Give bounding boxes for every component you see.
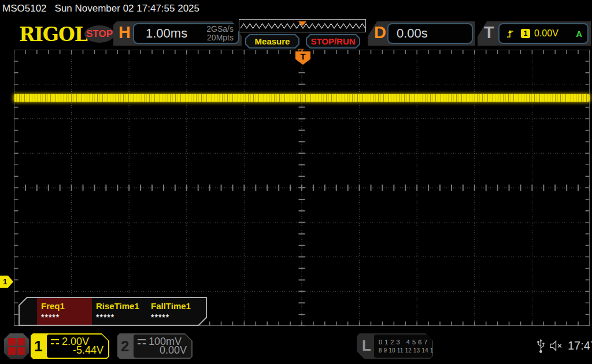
delay-label: D [374,23,386,42]
measure-button[interactable]: Measure [245,34,299,49]
acquisition-status-badge: STOP [84,25,114,43]
logic-row-0-7: 0 1 2 3 4 5 6 7 [379,338,432,346]
stop-run-button[interactable]: STOP/RUN [306,34,360,49]
horizontal-settings-panel[interactable]: H 1.00ms 2GSa/s 20Mpts [113,21,242,46]
trigger-settings-panel[interactable]: T 1 0.00V A [478,21,591,46]
clock-text: 17:47 [568,339,592,352]
trigger-level-value: 0.00V [534,28,558,39]
logic-row-8-15: 8 9 10 11 12 13 14 15 [379,346,424,354]
horizontal-label: H [119,23,131,42]
sample-rate: 2GSa/s [206,25,234,34]
delay-panel[interactable]: 0.00s [387,23,473,44]
dc-coupling-icon [51,339,59,344]
oscilloscope-screen: MSO5102Sun November 02 17:47:55 2025 RIG… [0,0,592,364]
ch1-ground-marker[interactable]: 1 [0,276,13,288]
delay-value: 0.00s [397,26,428,41]
channel2-number: 2 [121,337,129,355]
rigol-logo: RIGOL [19,23,87,46]
memory-depth: 20Mpts [206,34,234,42]
measurement-panel[interactable]: Freq1 ***** RiseTime1 ***** FallTime1 **… [18,297,207,326]
measurement-cell-risetime1[interactable]: RiseTime1 ***** [92,298,147,325]
acquisition-info: 2GSa/s 20Mpts [206,25,234,42]
preview-trigger-position-icon[interactable] [298,21,306,26]
trigger-label: T [484,23,494,42]
measurement-cell-falltime1[interactable]: FallTime1 ***** [147,298,202,325]
timebase-value: 1.00ms [146,26,187,41]
timebase-panel[interactable]: 1.00ms 2GSa/s 20Mpts [133,23,239,44]
menu-grid-button[interactable] [4,333,29,359]
channel1-block[interactable]: 1 2.00V -5.44V [31,333,109,359]
logic-channels-block[interactable]: L 0 1 2 3 4 5 6 7 8 9 10 11 12 13 14 15 [357,333,433,359]
model-name: MSO5102 [2,3,47,14]
trigger-mode-indicator: A [576,29,582,39]
datetime-text: Sun November 02 17:47:55 2025 [55,3,199,14]
trigger-panel[interactable]: 1 0.00V A [498,23,589,44]
channel2-offset: 0.00V [160,344,187,356]
logic-label: L [362,337,371,355]
measurement-cell-freq1[interactable]: Freq1 ***** [37,298,92,325]
titlebar: MSO5102Sun November 02 17:47:55 2025 [2,3,199,14]
sound-muted-icon [549,340,564,351]
graticule [14,50,590,326]
channel1-number: 1 [34,337,42,355]
rising-edge-icon [506,29,515,39]
trigger-source-badge: 1 [521,29,530,38]
dc-coupling-icon [138,339,146,344]
delay-settings-panel[interactable]: D 0.00s [368,21,475,46]
channel1-offset: -5.44V [73,344,103,356]
ch1-waveform-trace[interactable] [14,94,590,102]
usb-icon [536,339,545,354]
channel2-block[interactable]: 2 100mV 0.00V [117,333,193,359]
grid-menu-icon [8,338,25,355]
